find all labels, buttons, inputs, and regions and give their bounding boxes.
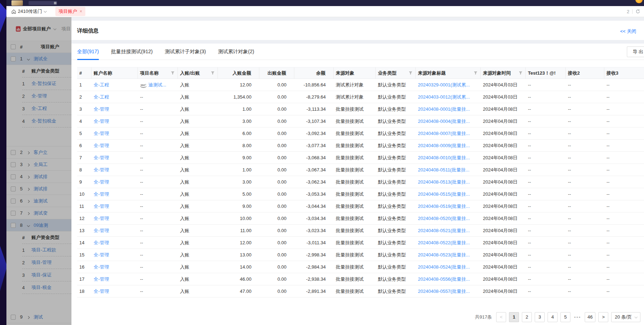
page-button-2[interactable]: 2 [522, 312, 532, 322]
page-size-select[interactable]: 20 条/页 [611, 312, 640, 322]
home-workspace-dropdown[interactable]: 2410传送门 [11, 8, 46, 15]
source-title-link[interactable]: 20240408-0519(批量挂... [418, 204, 470, 209]
account-link[interactable]: 全-管理 [94, 240, 109, 245]
pagination-ellipsis[interactable]: ••• [573, 315, 582, 320]
source-title-link[interactable]: 20240408-0004(批量挂... [418, 119, 470, 124]
page-button-1[interactable]: 1 [509, 312, 519, 322]
cell-text: -- [568, 191, 571, 197]
page-button-3[interactable]: 3 [535, 312, 545, 322]
empty-value: -- [140, 119, 143, 124]
account-link[interactable]: 全-管理 [94, 131, 109, 136]
col-header-amount_in: 入账金额 [218, 68, 259, 79]
source-title-link[interactable]: 20240408-0009(批量挂... [418, 143, 470, 148]
account-link[interactable]: 全-管理 [94, 191, 109, 197]
account-link[interactable]: 全-管理 [94, 106, 109, 112]
account-link[interactable]: 全-管理 [94, 228, 109, 233]
account-link[interactable]: 全-工程 [94, 94, 109, 100]
account-link[interactable]: 全-管理 [94, 119, 109, 124]
close-panel-link[interactable]: << 关闭 [620, 28, 636, 35]
prev-page-button[interactable]: < [496, 312, 506, 322]
detail-tab-1[interactable]: 批量挂接测试(912) [111, 44, 153, 60]
refresh-icon[interactable] [635, 9, 640, 14]
sidebar-disabled-mask [6, 17, 71, 325]
project-link[interactable]: 迪测试... [149, 82, 166, 88]
cell-text: 默认业务类型 [378, 143, 406, 148]
cell-text: -- [568, 228, 571, 233]
export-button[interactable]: 导 出 [627, 46, 644, 57]
filter-icon[interactable] [169, 71, 175, 75]
tab-project-accounts[interactable]: 项目账户 × [55, 7, 85, 16]
cell-text: -- [606, 167, 610, 172]
topbar-box-button[interactable] [54, 2, 56, 4]
account-link[interactable]: 全-管理 [94, 276, 109, 282]
source-title-link[interactable]: 20240408-0522(批量挂... [418, 240, 470, 245]
cell-text: 17 [79, 276, 84, 282]
source-title-link[interactable]: 20240408-0521(批量挂... [418, 228, 470, 233]
cell-project: -- [138, 228, 178, 233]
filter-icon[interactable] [516, 71, 523, 75]
detail-panel: 详细信息 << 关闭 全部(917)批量挂接测试(912)测试累计子对象(3)测… [71, 21, 644, 325]
cell-recv2: -- [566, 94, 604, 100]
account-link[interactable]: 全-管理 [94, 155, 109, 160]
account-link[interactable]: 全-管理 [94, 204, 109, 209]
cell-biz_type: 默认业务类型 [376, 215, 416, 222]
cell-text: -3,077.34 [306, 143, 326, 148]
last-page-button[interactable]: 46 [585, 312, 595, 322]
account-link[interactable]: 全-管理 [94, 143, 109, 148]
cell-text: -- [568, 106, 571, 112]
cell-text: 0.00 [278, 131, 286, 136]
close-tab-icon[interactable]: × [80, 9, 82, 14]
page-button-5[interactable]: 5 [560, 312, 570, 322]
cell-test123: -- [526, 276, 566, 282]
cell-text: 批量挂接测试 [336, 264, 364, 270]
source-title-link[interactable]: 20240329-0001(测试累... [418, 82, 470, 88]
cell-source_time: 2024年04月08日 [481, 300, 526, 301]
cell-text: -- [568, 82, 571, 88]
account-link[interactable]: 全-管理 [94, 167, 109, 172]
source-title-link[interactable]: 20240408-0007(批量挂... [418, 131, 470, 136]
source-title-link[interactable]: 20240408-0523(批量挂... [418, 252, 470, 258]
filter-icon[interactable] [471, 71, 478, 75]
cell-recv2: -- [566, 228, 604, 233]
col-header-recv3: 接收3 [604, 68, 644, 79]
source-title-link[interactable]: 20240408-0520(批量挂... [418, 216, 470, 221]
source-title-link[interactable]: 20240408-0524(批量挂... [418, 264, 470, 270]
source-title-link[interactable]: 20240408-0515(批量挂... [418, 191, 470, 197]
cell-amount_in: 12.00 [218, 240, 259, 245]
cell-source: 批量挂接测试 [334, 130, 376, 137]
wallpaper-shape [0, 236, 6, 304]
account-link[interactable]: 全-管理 [94, 264, 109, 270]
filter-icon[interactable] [209, 71, 215, 75]
cell-idx: 10 [77, 191, 91, 197]
table-row: 3全-管理--入账1.000.00-3,113.34批量挂接测试默认业务类型20… [77, 103, 644, 115]
account-link[interactable]: 全-管理 [94, 252, 109, 258]
source-title-link[interactable]: 20240408-0556(批量挂... [418, 276, 470, 282]
source-title-link[interactable]: 20240408-0010(批量挂... [418, 155, 470, 160]
detail-tab-3[interactable]: 测试累计对象(2) [218, 44, 254, 60]
cell-amount_out: 0.00 [259, 94, 294, 100]
source-title-link[interactable]: 20240408-0513(批量挂... [418, 179, 470, 185]
cell-text: 测试累计对象 [336, 94, 364, 100]
page-button-4[interactable]: 4 [548, 312, 558, 322]
filter-icon[interactable] [406, 71, 413, 75]
source-title-link[interactable]: 20240408-0001(批量挂... [418, 106, 470, 112]
cell-amount_out: 0.00 [259, 191, 294, 197]
account-link[interactable]: 全-管理 [94, 289, 109, 294]
source-title-link[interactable]: 20240408-0511(批量挂... [418, 167, 469, 172]
cell-text: 0.00 [278, 204, 286, 209]
cell-text: 入账 [180, 82, 189, 88]
avatar[interactable] [11, 0, 23, 6]
cell-text: -- [528, 155, 531, 160]
account-link[interactable]: 全-工程 [94, 82, 109, 88]
user-badge[interactable] [635, 0, 643, 3]
account-link[interactable]: 全-管理 [94, 179, 109, 185]
topbar-search-box[interactable] [29, 1, 57, 5]
account-link[interactable]: 全-管理 [94, 216, 109, 221]
next-page-button[interactable]: > [598, 312, 608, 322]
source-title-link[interactable]: 20240408-0557(批量挂... [418, 289, 470, 294]
cell-biz_type: 默认业务类型 [376, 94, 416, 100]
detail-tab-0[interactable]: 全部(917) [77, 44, 99, 60]
detail-tab-2[interactable]: 测试累计子对象(3) [165, 44, 206, 60]
source-title-link[interactable]: 20240403-0012(测试累... [418, 94, 470, 100]
cell-project: -- [138, 216, 178, 221]
